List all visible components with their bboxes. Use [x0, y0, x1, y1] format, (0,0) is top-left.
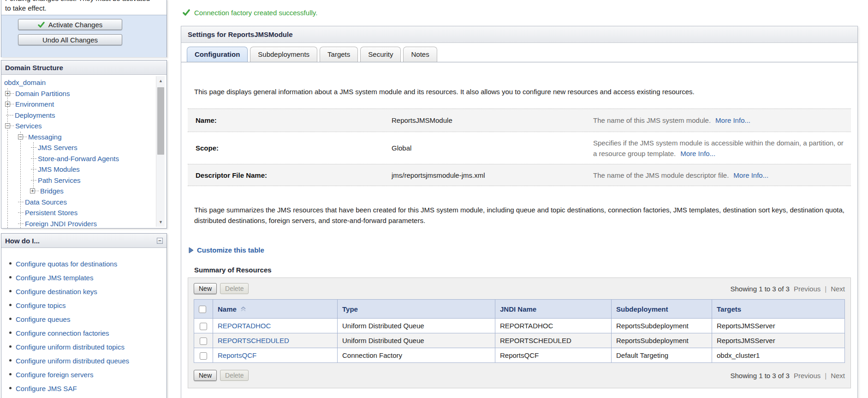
- tree-item: +Environment: [1, 99, 166, 110]
- table-controls-bottom: New Delete Showing 1 to 3 of 3 Previous …: [194, 368, 845, 382]
- summary-text: This page summarizes the JMS resources t…: [194, 205, 845, 226]
- tree-link-jms-modules[interactable]: JMS Modules: [38, 165, 80, 173]
- column-header-name[interactable]: Name: [213, 300, 338, 319]
- minus-box-icon[interactable]: −: [5, 123, 10, 128]
- select-all-cell: [194, 300, 213, 319]
- how-do-i-link-configure-connection-factories[interactable]: Configure connection factories: [16, 329, 109, 337]
- next-link[interactable]: Next: [831, 285, 845, 293]
- tree-link-messaging[interactable]: Messaging: [28, 133, 62, 141]
- field-help: Specifies if the JMS system module is ac…: [593, 135, 844, 162]
- previous-link[interactable]: Previous: [794, 372, 820, 380]
- tab-targets[interactable]: Targets: [320, 47, 358, 62]
- customize-table-link[interactable]: Customize this table: [189, 246, 851, 254]
- tree-item: JMS Servers: [1, 142, 166, 153]
- previous-link[interactable]: Previous: [794, 285, 820, 293]
- delete-button[interactable]: Delete: [220, 283, 249, 294]
- tree-link-deployments[interactable]: Deployments: [15, 111, 55, 119]
- how-do-i-link-configure-jms-templates[interactable]: Configure JMS templates: [16, 274, 93, 282]
- more-info-link[interactable]: More Info...: [733, 171, 768, 179]
- new-button[interactable]: New: [194, 370, 217, 381]
- sort-ascending-icon[interactable]: [240, 306, 246, 312]
- activate-changes-button[interactable]: Activate Changes: [18, 19, 122, 30]
- how-do-i-link-configure-jms-saf[interactable]: Configure JMS SAF: [16, 385, 77, 392]
- check-icon: [38, 21, 45, 28]
- cell-subdeployment: Default Targeting: [612, 348, 712, 363]
- triangle-right-icon: [189, 247, 194, 253]
- field-label: Scope:: [188, 144, 392, 152]
- row-checkbox[interactable]: [200, 338, 207, 345]
- cell-name: ReportsQCF: [213, 348, 338, 363]
- column-header-jndi-name[interactable]: JNDI Name: [495, 300, 612, 319]
- how-do-i-link-configure-uniform-distributed-topics[interactable]: Configure uniform distributed topics: [16, 343, 125, 351]
- tree-link-services[interactable]: Services: [15, 122, 42, 130]
- paging-controls: Showing 1 to 3 of 3 Previous | Next: [730, 372, 845, 380]
- tree-link-domain-partitions[interactable]: Domain Partitions: [15, 90, 70, 97]
- success-message-text: Connection factory created successfully.: [194, 9, 317, 17]
- minus-box-icon[interactable]: −: [18, 134, 23, 139]
- undo-all-changes-button[interactable]: Undo All Changes: [18, 34, 122, 45]
- tab-configuration[interactable]: Configuration: [187, 47, 248, 62]
- how-do-i-item: Configure topics: [16, 298, 166, 312]
- tree-link-persistent-stores[interactable]: Persistent Stores: [25, 209, 77, 217]
- tree-link-foreign-jndi-providers[interactable]: Foreign JNDI Providers: [25, 220, 97, 228]
- arrow-down-icon[interactable]: ▼: [156, 218, 165, 226]
- column-header-targets[interactable]: Targets: [712, 300, 845, 319]
- column-header-subdeployment[interactable]: Subdeployment: [612, 300, 712, 319]
- domain-structure-header: Domain Structure: [1, 60, 166, 75]
- row-checkbox[interactable]: [200, 323, 207, 330]
- paging-status: Showing 1 to 3 of 3: [730, 285, 789, 293]
- tab-bar: ConfigurationSubdeploymentsTargetsSecuri…: [181, 43, 857, 62]
- how-do-i-link-configure-topics[interactable]: Configure topics: [16, 302, 65, 309]
- paging-separator: |: [825, 285, 826, 293]
- how-do-i-link-configure-uniform-distributed-queues[interactable]: Configure uniform distributed queues: [16, 357, 129, 365]
- how-do-i-item: Configure JMS SAF: [16, 381, 166, 395]
- scrollbar-thumb[interactable]: [157, 87, 164, 155]
- cell-jndi-name: REPORTSCHEDULED: [495, 333, 612, 348]
- tree-item: Path Services: [1, 175, 166, 186]
- select-all-checkbox[interactable]: [199, 306, 206, 313]
- undo-all-changes-label: Undo All Changes: [42, 36, 98, 44]
- more-info-link[interactable]: More Info...: [680, 150, 715, 157]
- plus-box-icon[interactable]: +: [5, 91, 10, 96]
- tree-link-store-and-forward-agents[interactable]: Store-and-Forward Agents: [38, 155, 119, 163]
- resource-link-reportscheduled[interactable]: REPORTSCHEDULED: [218, 337, 289, 344]
- how-do-i-link-configure-foreign-servers[interactable]: Configure foreign servers: [16, 371, 93, 379]
- row-checkbox[interactable]: [200, 352, 207, 360]
- collapse-minus-icon[interactable]: −: [157, 238, 163, 244]
- tree-item: Deployments: [1, 110, 166, 121]
- paging-status: Showing 1 to 3 of 3: [730, 372, 789, 380]
- how-do-i-link-configure-destination-keys[interactable]: Configure destination keys: [16, 288, 97, 295]
- field-row: Descriptor File Name:jms/reportsjmsmodul…: [188, 164, 851, 186]
- change-center-buttons: Activate Changes Undo All Changes: [1, 15, 166, 57]
- cell-targets: obdx_cluster1: [712, 348, 845, 363]
- tab-subdeployments[interactable]: Subdeployments: [250, 47, 317, 62]
- tree-scrollbar[interactable]: ▲ ▼: [156, 76, 165, 227]
- new-button[interactable]: New: [194, 283, 217, 294]
- arrow-up-icon[interactable]: ▲: [156, 77, 165, 84]
- tree-link-jms-servers[interactable]: JMS Servers: [38, 144, 77, 151]
- domain-structure-title: Domain Structure: [5, 64, 63, 72]
- how-do-i-link-configure-quotas-for-destinations[interactable]: Configure quotas for destinations: [16, 260, 117, 268]
- tree-link-path-services[interactable]: Path Services: [38, 176, 81, 184]
- table-row: REPORTSCHEDULEDUniform Distributed Queue…: [194, 333, 845, 348]
- tree-link-obdx-domain[interactable]: obdx_domain: [4, 78, 46, 86]
- how-do-i-item: Configure destination keys: [16, 284, 166, 298]
- next-link[interactable]: Next: [831, 372, 845, 380]
- delete-button[interactable]: Delete: [220, 370, 249, 381]
- cell-subdeployment: ReportsSubdeployment: [612, 333, 712, 348]
- cell-targets: ReportsJMSServer: [712, 333, 845, 348]
- tree-link-environment[interactable]: Environment: [15, 100, 54, 108]
- tab-security[interactable]: Security: [360, 47, 401, 62]
- resources-tbody: REPORTADHOCUniform Distributed QueueREPO…: [194, 319, 845, 363]
- how-do-i-link-configure-queues[interactable]: Configure queues: [16, 315, 70, 323]
- plus-box-icon[interactable]: +: [5, 102, 10, 107]
- tab-notes[interactable]: Notes: [403, 47, 437, 62]
- more-info-link[interactable]: More Info...: [715, 116, 750, 124]
- column-header-type[interactable]: Type: [338, 300, 495, 319]
- resource-link-reportsqcf[interactable]: ReportsQCF: [218, 351, 256, 359]
- resource-link-reportadhoc[interactable]: REPORTADHOC: [218, 322, 271, 330]
- tree-link-bridges[interactable]: Bridges: [40, 187, 64, 195]
- tree-link-data-sources[interactable]: Data Sources: [25, 198, 67, 206]
- tree-item: JMS Modules: [1, 164, 166, 175]
- plus-box-icon[interactable]: +: [30, 188, 35, 193]
